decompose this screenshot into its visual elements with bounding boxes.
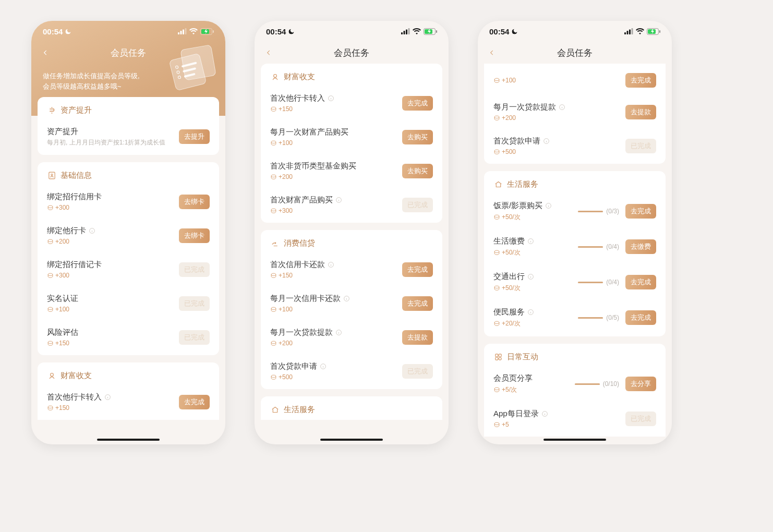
svg-rect-61 — [499, 354, 501, 357]
task-row: 首次贷款申请+500已完成 — [484, 129, 666, 163]
back-button[interactable] — [39, 46, 52, 59]
task-reward: +100 — [270, 306, 397, 313]
signal-icon — [178, 28, 187, 34]
task-action-button[interactable]: 去购买 — [402, 164, 433, 178]
task-progress: (0/4) — [578, 279, 619, 286]
task-action-button[interactable]: 去绑卡 — [179, 195, 210, 209]
coin-icon — [47, 405, 54, 412]
coin-icon — [270, 306, 277, 313]
task-action-button[interactable]: 去完成 — [179, 395, 210, 409]
task-row: 绑定招行信用卡+300去绑卡 — [38, 185, 219, 219]
coin-icon — [47, 204, 54, 211]
task-title: 资产提升 — [47, 127, 174, 137]
info-icon[interactable] — [320, 363, 327, 370]
svg-point-59 — [494, 321, 499, 323]
info-icon[interactable] — [104, 394, 112, 401]
svg-point-17 — [48, 406, 53, 408]
task-action-button[interactable]: 去缴费 — [625, 239, 656, 254]
info-icon[interactable] — [343, 295, 351, 303]
task-section: 日常互动会员页分享+5/次(0/10)去分享App每日登录+5已完成 — [484, 344, 666, 437]
info-icon[interactable] — [335, 197, 343, 204]
info-icon[interactable] — [89, 227, 96, 235]
section-title: 日常互动 — [507, 352, 538, 362]
coin-icon — [270, 106, 277, 113]
task-scroll[interactable]: 资产提升资产提升每月初, 上月月日均资产按1:1折算为成长值去提升基础信息绑定招… — [31, 97, 225, 444]
task-action-button[interactable]: 去绑卡 — [179, 228, 210, 243]
coin-icon — [270, 374, 277, 381]
task-reward: +200 — [270, 340, 397, 347]
task-title: 实名认证 — [47, 294, 174, 304]
task-row: 风险评估+150已完成 — [38, 320, 219, 354]
svg-point-31 — [271, 209, 276, 211]
task-reward: +5/次 — [493, 385, 570, 394]
coin-icon — [493, 386, 500, 393]
info-icon[interactable] — [328, 95, 335, 102]
task-title: 首次他行卡转入 — [47, 392, 174, 402]
task-row: 首次他行卡转入+150去完成 — [38, 385, 219, 419]
back-button[interactable] — [262, 46, 275, 59]
task-row: 饭票/影票购买+50/次(0/3)去完成 — [484, 194, 666, 229]
info-icon[interactable] — [559, 104, 566, 111]
task-action-button[interactable]: 去提款 — [625, 105, 656, 119]
task-row: 首次非货币类型基金购买+200去购买 — [261, 154, 442, 188]
status-time: 00:54 — [43, 27, 63, 36]
task-section: 财富收支首次他行卡转入+150去完成 — [38, 362, 219, 420]
coin-icon — [270, 140, 277, 147]
section-header: 财富收支 — [261, 64, 442, 86]
info-icon[interactable] — [545, 202, 552, 210]
info-icon[interactable] — [335, 329, 343, 336]
task-section: 财富收支首次他行卡转入+150去完成每月一次财富产品购买+100去购买首次非货币… — [261, 64, 442, 223]
info-icon[interactable] — [527, 273, 535, 281]
status-bar: 00:54 — [255, 21, 449, 42]
info-icon[interactable] — [328, 261, 335, 269]
coin-icon — [493, 115, 500, 122]
task-action-button[interactable]: 去完成 — [625, 73, 656, 88]
task-action-button[interactable]: 去购买 — [402, 130, 433, 144]
task-row: 会员页分享+5/次(0/10)去分享 — [484, 366, 666, 402]
info-icon[interactable] — [543, 138, 550, 145]
section-header: 基础信息 — [38, 162, 219, 185]
task-action-button[interactable]: 去完成 — [625, 204, 656, 219]
info-icon[interactable] — [541, 410, 549, 418]
coin-icon — [493, 249, 500, 256]
task-progress: (0/5) — [578, 314, 619, 321]
info-icon[interactable] — [527, 238, 535, 245]
coin-icon — [47, 306, 54, 313]
section-title: 生活服务 — [284, 405, 315, 415]
section-title: 资产提升 — [61, 105, 92, 115]
task-action-button: 已完成 — [402, 198, 433, 212]
wifi-icon — [413, 28, 421, 34]
svg-point-14 — [48, 341, 53, 343]
task-action-button[interactable]: 去完成 — [625, 310, 656, 325]
info-icon[interactable] — [527, 309, 535, 316]
task-action-button[interactable]: 去分享 — [625, 377, 656, 391]
task-action-button[interactable]: 去提款 — [402, 330, 433, 345]
svg-rect-20 — [406, 30, 407, 35]
coin-icon — [270, 208, 277, 214]
task-row: +100去完成 — [484, 66, 666, 95]
svg-rect-46 — [659, 30, 660, 33]
task-scroll[interactable]: 财富收支首次他行卡转入+150去完成每月一次财富产品购买+100去购买首次非货币… — [255, 64, 449, 444]
task-reward: +150 — [270, 105, 397, 113]
coin-icon — [493, 214, 500, 221]
task-action-button[interactable]: 去提升 — [179, 129, 210, 144]
svg-point-57 — [494, 286, 499, 288]
section-title: 生活服务 — [507, 179, 538, 189]
task-action-button[interactable]: 去完成 — [402, 96, 433, 111]
section-title: 消费信贷 — [284, 238, 315, 248]
hero-text: 做任务增加成长值提高会员等级,会员等级越高权益越多哦~ — [31, 64, 156, 92]
task-title: 每月一次贷款提款 — [493, 102, 620, 112]
phone-frame: 00:54会员任务做任务增加成长值提高会员等级,会员等级越高权益越多哦~资产提升… — [31, 21, 225, 444]
task-row: 每月一次贷款提款+200去提款 — [261, 320, 442, 354]
task-action-button[interactable]: 去完成 — [402, 262, 433, 277]
coin-icon — [493, 421, 500, 428]
battery-icon — [200, 28, 214, 35]
signal-icon — [624, 28, 633, 34]
back-button[interactable] — [485, 46, 499, 59]
task-action-button[interactable]: 去完成 — [625, 275, 656, 289]
svg-rect-18 — [401, 32, 403, 34]
svg-point-55 — [494, 250, 499, 252]
battery-icon — [647, 28, 660, 35]
task-action-button[interactable]: 去完成 — [402, 296, 433, 311]
task-scroll[interactable]: +100去完成每月一次贷款提款+200去提款首次贷款申请+500已完成生活服务饭… — [478, 64, 672, 444]
